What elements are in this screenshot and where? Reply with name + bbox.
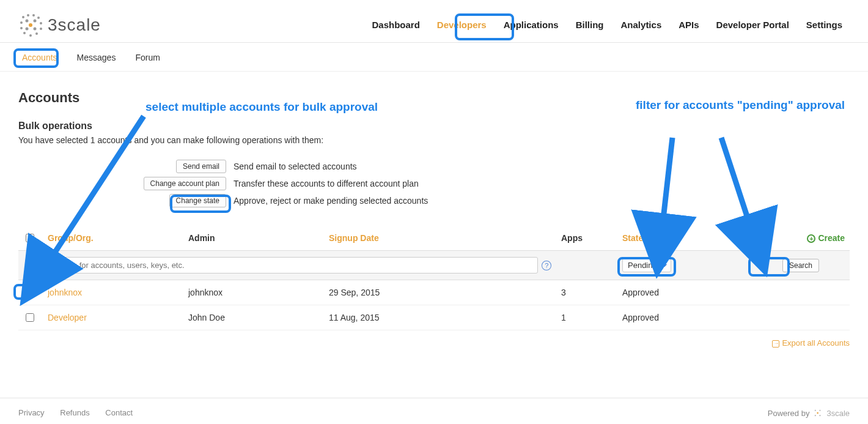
svg-point-17 [820, 410, 821, 411]
col-apps: Apps [556, 226, 617, 251]
change-state-button[interactable]: Change state [169, 194, 226, 207]
table-row: johnknox johnknox 29 Sep, 2015 3 Approve… [18, 280, 850, 305]
svg-point-7 [40, 28, 42, 30]
footer-contact[interactable]: Contact [105, 408, 133, 417]
send-email-button[interactable]: Send email [176, 160, 226, 173]
svg-point-5 [40, 22, 42, 24]
svg-point-19 [815, 415, 816, 416]
svg-point-8 [23, 32, 26, 34]
subnav-accounts[interactable]: Accounts [18, 49, 61, 66]
svg-point-16 [815, 410, 816, 411]
cell-apps: 3 [556, 280, 617, 305]
svg-point-12 [34, 19, 37, 22]
nav-apis[interactable]: APIs [671, 11, 706, 39]
nav-developers[interactable]: Developers [430, 11, 494, 39]
subnav-messages[interactable]: Messages [73, 49, 120, 66]
svg-point-0 [22, 16, 24, 18]
footer-links: Privacy Refunds Contact [18, 408, 146, 418]
logo-mark-icon [18, 12, 44, 38]
logo-mark-icon [813, 408, 823, 418]
bulk-op-row: Send email Send email to selected accoun… [18, 160, 850, 173]
col-group[interactable]: Group/Org. [43, 226, 183, 251]
group-link[interactable]: johnknox [48, 288, 82, 297]
col-signup[interactable]: Signup Date [324, 226, 556, 251]
row-checkbox[interactable] [26, 288, 34, 297]
change-state-desc: Approve, reject or make pending selected… [234, 196, 428, 206]
footer-refunds[interactable]: Refunds [60, 408, 89, 417]
powered-by: Powered by 3scale [768, 408, 850, 418]
nav-analytics[interactable]: Analytics [614, 11, 669, 39]
select-all-checkbox[interactable] [26, 234, 34, 242]
cell-admin: johnknox [183, 280, 324, 305]
nav-applications[interactable]: Applications [496, 11, 566, 39]
svg-point-15 [34, 27, 37, 30]
search-input[interactable] [48, 257, 538, 273]
col-state[interactable]: State [617, 226, 752, 251]
primary-nav: Dashboard Developers Applications Billin… [364, 11, 850, 39]
svg-point-3 [37, 17, 40, 19]
svg-point-1 [27, 14, 29, 17]
footer-privacy[interactable]: Privacy [18, 408, 45, 417]
filter-row: ? Pending Search [18, 251, 850, 280]
send-email-desc: Send email to selected accounts [234, 162, 357, 171]
bulk-operations-description: You have selected 1 accounts and you can… [18, 135, 850, 145]
col-admin: Admin [183, 226, 324, 251]
nav-dashboard[interactable]: Dashboard [364, 11, 427, 39]
nav-billing[interactable]: Billing [568, 11, 611, 39]
plus-icon: + [807, 234, 815, 243]
cell-state: Approved [617, 280, 752, 305]
subnav-forum[interactable]: Forum [131, 49, 163, 66]
state-filter-select[interactable]: Pending [622, 258, 671, 272]
page-title: Accounts [18, 90, 850, 106]
brand-logo: 3scale [18, 12, 101, 38]
content-area: Accounts Bulk operations You have select… [0, 72, 868, 361]
svg-point-2 [32, 14, 35, 17]
nav-developer-portal[interactable]: Developer Portal [709, 11, 796, 39]
bulk-op-row: Change account plan Transfer these accou… [18, 177, 850, 190]
svg-point-4 [20, 21, 23, 24]
table-row: Developer John Doe 11 Aug, 2015 1 Approv… [18, 305, 850, 330]
svg-point-9 [35, 32, 38, 35]
svg-point-18 [817, 412, 819, 414]
change-account-plan-button[interactable]: Change account plan [144, 177, 226, 190]
export-accounts-link[interactable]: Export all Accounts [772, 338, 850, 348]
svg-point-13 [29, 23, 32, 27]
create-account-link[interactable]: +Create [807, 233, 845, 243]
cell-admin: John Doe [183, 305, 324, 330]
svg-point-20 [820, 415, 821, 416]
row-checkbox[interactable] [26, 313, 34, 322]
export-icon [772, 340, 779, 348]
help-icon[interactable]: ? [542, 261, 551, 270]
brand-name: 3scale [48, 15, 101, 35]
search-button[interactable]: Search [782, 259, 819, 272]
svg-point-10 [29, 34, 32, 37]
change-account-plan-desc: Transfer these accounts to different acc… [234, 179, 419, 188]
cell-state: Approved [617, 305, 752, 330]
bulk-op-row: Change state Approve, reject or make pen… [18, 194, 850, 207]
top-header: 3scale Dashboard Developers Applications… [0, 0, 868, 43]
svg-point-14 [26, 27, 29, 30]
cell-signup: 29 Sep, 2015 [324, 280, 556, 305]
group-link[interactable]: Developer [48, 313, 87, 322]
cell-signup: 11 Aug, 2015 [324, 305, 556, 330]
secondary-nav: Accounts Messages Forum [0, 43, 868, 72]
footer: Privacy Refunds Contact Powered by 3scal… [0, 398, 868, 424]
svg-point-6 [20, 27, 23, 29]
bulk-operations-title: Bulk operations [18, 121, 850, 132]
nav-settings[interactable]: Settings [799, 11, 850, 39]
cell-apps: 1 [556, 305, 617, 330]
accounts-table: Group/Org. Admin Signup Date Apps State … [18, 226, 850, 330]
svg-point-11 [26, 19, 29, 22]
